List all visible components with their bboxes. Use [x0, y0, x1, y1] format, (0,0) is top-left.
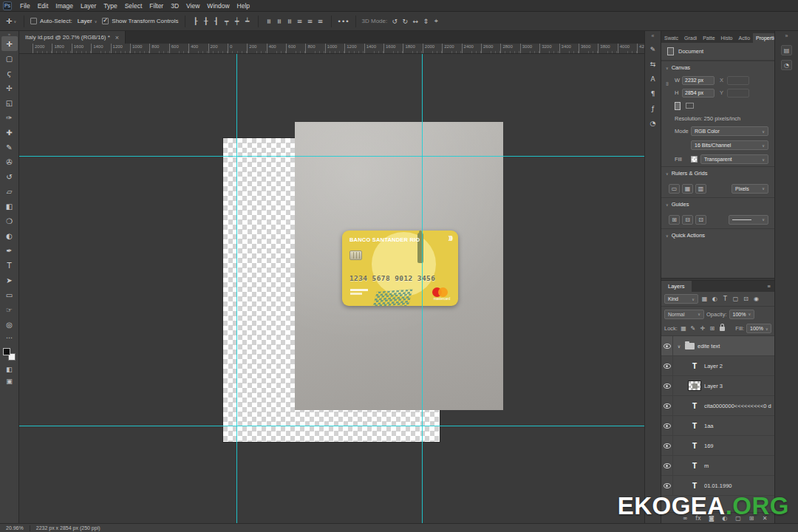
rulers-grids-section-header[interactable]: Rulers & Grids — [661, 166, 774, 180]
gradient-tool[interactable]: ◧ — [1, 199, 18, 214]
tab-layers[interactable]: Layers — [661, 281, 692, 292]
distribute-bottom-icon[interactable]: ≡ — [286, 17, 293, 26]
hand-tool[interactable]: ☞ — [1, 302, 18, 317]
distribute-middle-icon[interactable]: ≡ — [276, 17, 283, 26]
width-field[interactable]: 2232 px — [682, 76, 715, 85]
align-top-icon[interactable]: ┯ — [222, 18, 231, 25]
clone-source-panel-icon[interactable]: ⇆ — [649, 61, 658, 68]
guide-horizontal-2[interactable] — [19, 426, 644, 426]
clone-stamp-tool[interactable]: ✇ — [1, 154, 18, 169]
history-brush-tool[interactable]: ↺ — [1, 169, 18, 184]
edit-toolbar-icon[interactable]: ⋯ — [5, 334, 14, 341]
height-field[interactable]: 2854 px — [682, 89, 715, 98]
panel-tab[interactable]: Properties — [753, 33, 774, 43]
menu-item[interactable]: File — [16, 2, 34, 10]
zoom-tool[interactable]: ◎ — [1, 317, 18, 332]
move-tool[interactable]: ✛ — [1, 36, 18, 51]
ruler-icon[interactable]: ▭ — [669, 184, 680, 194]
distribute-top-icon[interactable]: ≡ — [265, 17, 273, 26]
eraser-tool[interactable]: ▱ — [1, 184, 18, 199]
units-select[interactable]: Pixels — [732, 184, 768, 194]
collapsed-panel-icon[interactable]: ▤ — [781, 45, 792, 55]
y-field[interactable] — [727, 89, 749, 98]
glyphs-panel-icon[interactable]: ƒ — [649, 105, 658, 112]
portrait-icon[interactable] — [675, 102, 681, 110]
layer-row[interactable]: T m — [661, 456, 774, 476]
canvas-fill-select[interactable]: Transparent — [700, 154, 768, 164]
menu-item[interactable]: Image — [52, 2, 77, 10]
canvas-section-header[interactable]: Canvas — [661, 61, 774, 74]
distribute-left-icon[interactable]: ≡ — [296, 18, 304, 25]
visibility-toggle[interactable] — [661, 456, 673, 475]
properties-target[interactable]: Document — [661, 43, 774, 61]
visibility-toggle[interactable] — [661, 396, 673, 415]
auto-select-checkbox[interactable] — [30, 18, 37, 24]
quick-actions-section-header[interactable]: Quick Actions — [661, 228, 774, 242]
link-dimensions-icon[interactable]: ∞ — [665, 82, 670, 86]
quick-mask-icon[interactable]: ◧ — [5, 366, 14, 373]
snap-icon[interactable]: ▥ — [695, 184, 706, 194]
color-swatches[interactable] — [3, 348, 16, 361]
foreground-color[interactable] — [3, 348, 10, 355]
menu-item[interactable]: Layer — [77, 2, 100, 10]
filter-adjustment-layers-icon[interactable]: ◐ — [711, 296, 719, 302]
opacity-select[interactable]: 100% — [729, 310, 754, 319]
marquee-tool[interactable]: ▢ — [1, 51, 18, 66]
layer-fill-select[interactable]: 100% — [746, 324, 771, 333]
menu-item[interactable]: 3D — [167, 2, 183, 10]
menu-item[interactable]: Window — [203, 2, 233, 10]
panel-menu-icon[interactable]: ≡ — [764, 281, 774, 292]
visibility-toggle[interactable] — [661, 376, 673, 395]
align-center-h-icon[interactable]: ╂ — [202, 18, 211, 25]
zoom-level[interactable]: 20.96% — [6, 525, 24, 531]
grid-icon[interactable]: ▦ — [682, 184, 693, 194]
blend-mode-select[interactable]: Normal — [664, 310, 704, 319]
guide-vertical-1[interactable] — [236, 54, 237, 523]
expand-dock-icon[interactable]: » — [785, 33, 788, 38]
visibility-toggle[interactable] — [661, 336, 673, 355]
canvas-area[interactable]: BANCO SANTANDER RIO ))) 1234 5678 9012 3… — [19, 54, 644, 523]
lock-transparency-icon[interactable]: ▦ — [680, 325, 687, 332]
bit-depth-select[interactable]: 16 Bits/Channel — [691, 140, 768, 150]
guide-style-select[interactable] — [729, 215, 768, 225]
collapse-dock-icon[interactable]: « — [652, 33, 655, 38]
brush-tool[interactable]: ✎ — [1, 140, 18, 154]
current-tool-icon[interactable]: ✛ — [4, 17, 18, 25]
pen-tool[interactable]: ✒ — [1, 243, 18, 258]
align-right-icon[interactable]: ┨ — [212, 18, 221, 25]
shape-tool[interactable]: ▭ — [1, 287, 18, 302]
brush-settings-panel-icon[interactable]: ✎ — [649, 46, 658, 53]
layer-row[interactable]: Layer 3 — [661, 376, 774, 396]
3d-roll-icon[interactable]: ↻ — [400, 18, 409, 25]
character-panel-icon[interactable]: A — [649, 75, 658, 83]
filter-kind-select[interactable]: Kind — [664, 294, 698, 304]
guide-vertical-2[interactable] — [422, 54, 423, 523]
menu-item[interactable]: Edit — [34, 2, 52, 10]
group-expander[interactable]: ∨ — [676, 344, 682, 349]
menu-item[interactable]: Filter — [146, 2, 167, 10]
align-bottom-icon[interactable]: ┷ — [243, 18, 252, 25]
visibility-toggle[interactable] — [661, 416, 673, 435]
visibility-toggle[interactable] — [661, 436, 673, 455]
layer-row[interactable]: T 169 — [661, 436, 774, 456]
lock-guides-icon[interactable]: ⊡ — [695, 215, 706, 225]
filter-smart-objects-icon[interactable]: ⊡ — [742, 296, 750, 302]
x-field[interactable] — [727, 76, 749, 85]
3d-rotate-icon[interactable]: ↺ — [390, 18, 399, 25]
lock-all-icon[interactable] — [720, 327, 725, 331]
layer-row[interactable]: ∨ edite text — [661, 336, 774, 356]
menu-item[interactable]: Type — [100, 2, 120, 10]
panel-tab[interactable]: Swatc — [661, 33, 681, 43]
distribute-center-icon[interactable]: ≡ — [306, 18, 315, 25]
lasso-tool[interactable]: ϛ — [1, 66, 18, 81]
app-logo-icon[interactable]: Ps — [3, 1, 12, 10]
blur-tool[interactable]: ❍ — [1, 214, 18, 228]
dodge-tool[interactable]: ◐ — [1, 228, 18, 243]
timeline-panel-icon[interactable]: ◔ — [649, 120, 658, 127]
landscape-icon[interactable] — [686, 103, 694, 109]
clear-guides-icon[interactable]: ⊟ — [682, 215, 693, 225]
distribute-right-icon[interactable]: ≡ — [316, 18, 325, 25]
3d-scale-icon[interactable]: ⌖ — [432, 17, 440, 25]
close-tab-icon[interactable]: × — [115, 34, 119, 41]
screen-mode-icon[interactable]: ▣ — [5, 378, 14, 385]
